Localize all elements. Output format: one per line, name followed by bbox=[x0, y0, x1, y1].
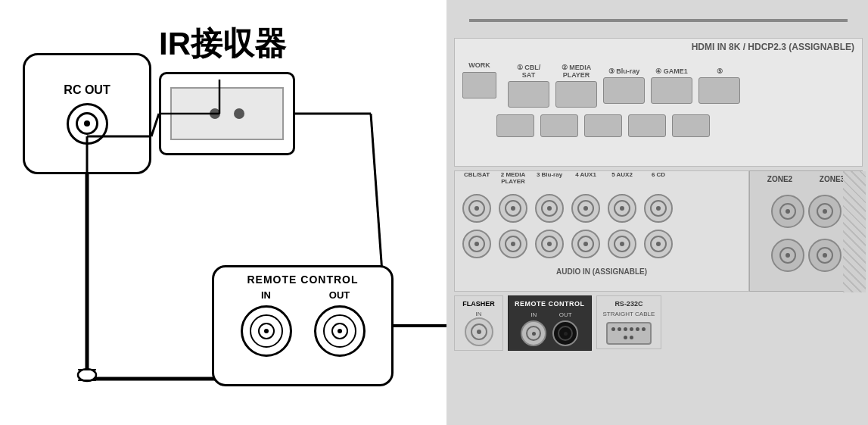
zone-pattern bbox=[843, 171, 866, 292]
rc-panel-title: REMOTE CONTROL bbox=[515, 300, 585, 308]
rc-panel-box: REMOTE CONTROL IN OUT bbox=[508, 295, 592, 351]
zone-port-3 bbox=[771, 239, 804, 272]
audio-ports-row bbox=[455, 185, 748, 230]
rc-out-port-label: OUT bbox=[329, 289, 350, 301]
rc-in-port: IN bbox=[241, 289, 292, 357]
audio-label-cd: 6 CD bbox=[644, 171, 673, 185]
rc-panel-out: OUT bbox=[552, 311, 578, 346]
hdmi-port-4: ④ GAME1 bbox=[651, 67, 692, 104]
flasher-in-label: IN bbox=[476, 311, 482, 317]
hdmi-ports-row2 bbox=[496, 114, 710, 137]
rs232-pin-5 bbox=[636, 327, 639, 331]
audio-label-aux1: 4 AUX1 bbox=[571, 171, 600, 185]
rc-out-device: RC OUT bbox=[23, 53, 151, 174]
flasher-port bbox=[465, 317, 493, 346]
flasher-section: FLASHER IN bbox=[454, 295, 503, 351]
rs232-pin-1 bbox=[611, 327, 615, 331]
rc-out-connector bbox=[67, 103, 108, 145]
rc-panel-out-label: OUT bbox=[559, 311, 572, 318]
rc-out-circle bbox=[314, 305, 366, 357]
audio-port-1 bbox=[462, 194, 491, 223]
audio-label-mediaplayer: 2 MEDIA PLAYER bbox=[499, 171, 527, 185]
rc-out-label: RC OUT bbox=[64, 83, 110, 97]
rs232-pin-4 bbox=[630, 327, 633, 331]
bottom-ports-section: FLASHER IN REMOTE CONTROL IN OUT bbox=[454, 295, 661, 351]
audio-port-9 bbox=[535, 230, 564, 258]
zone-section: ZONE2 ZONE3 bbox=[749, 170, 863, 292]
hdmi-port-3: ③ Blu-ray bbox=[603, 67, 645, 104]
rs232-title: RS-232C bbox=[614, 300, 642, 308]
rs232-pin-6 bbox=[642, 327, 646, 331]
rc-in-circle bbox=[241, 305, 292, 357]
zone-port-2 bbox=[808, 195, 842, 228]
hdmi-port-1: ① CBL/SAT bbox=[508, 64, 549, 108]
left-diagram: IR接収器 RC OUT bbox=[0, 0, 469, 425]
svg-point-3 bbox=[78, 369, 96, 381]
zone3-label: ZONE3 bbox=[820, 175, 845, 183]
top-line bbox=[469, 19, 848, 22]
zone2-label: ZONE2 bbox=[767, 175, 792, 183]
network-port bbox=[462, 72, 496, 98]
rs232-subtitle: STRAIGHT CABLE bbox=[603, 311, 655, 317]
audio-port-8 bbox=[499, 230, 527, 258]
hdmi-header: HDMI IN 8K / HDCP2.3 (ASSIGNABLE) bbox=[455, 39, 862, 55]
audio-in-section: CBL/SAT 2 MEDIA PLAYER 3 Blu-ray 4 AUX1 … bbox=[454, 170, 749, 292]
rc-in-label: IN bbox=[261, 289, 271, 301]
audio-port-3 bbox=[535, 194, 564, 223]
rc-panel-in: IN bbox=[521, 311, 546, 346]
hdmi-ports-row: ① CBL/SAT ② MEDIAPLAYER ③ Blu-ray ④ GAME… bbox=[496, 60, 751, 111]
rs232-pin-7 bbox=[624, 336, 627, 339]
hdmi-port-2: ② MEDIAPLAYER bbox=[555, 64, 597, 108]
audio-label-bluray: 3 Blu-ray bbox=[535, 171, 564, 185]
zone-port-4 bbox=[808, 239, 842, 272]
audio-label-aux2: 5 AUX2 bbox=[608, 171, 636, 185]
ir-dot-1 bbox=[210, 108, 220, 119]
rs232-pin-8 bbox=[630, 336, 633, 339]
right-equipment-panel: HDMI IN 8K / HDCP2.3 (ASSIGNABLE) WORK ①… bbox=[446, 0, 868, 425]
ir-device-panel bbox=[170, 87, 284, 140]
rc-in-sm-circle bbox=[521, 320, 546, 346]
rc-box-ports: IN OUT bbox=[214, 289, 391, 357]
flasher-label: FLASHER bbox=[462, 300, 495, 308]
audio-ports-row2 bbox=[455, 230, 748, 265]
rs232-pin-3 bbox=[624, 327, 627, 331]
audio-port-5 bbox=[608, 194, 636, 223]
rs232-section: RS-232C STRAIGHT CABLE bbox=[596, 295, 662, 349]
audio-port-7 bbox=[462, 230, 491, 258]
ir-dot-2 bbox=[234, 108, 244, 119]
audio-port-11 bbox=[608, 230, 636, 258]
audio-section-label: AUDIO IN (ASSIGNABLE) bbox=[455, 265, 748, 278]
hdmi-header-text: HDMI IN 8K / HDCP2.3 (ASSIGNABLE) bbox=[692, 42, 854, 52]
zone-port-1 bbox=[771, 195, 804, 228]
rc-panel-in-label: IN bbox=[530, 311, 537, 318]
audio-port-10 bbox=[571, 230, 600, 258]
rs232-pin-2 bbox=[618, 327, 621, 331]
rc-out-sm-circle bbox=[552, 320, 578, 346]
hdmi-port-5: ⑤ bbox=[698, 67, 740, 104]
hdmi-section: HDMI IN 8K / HDCP2.3 (ASSIGNABLE) WORK ①… bbox=[454, 38, 863, 167]
remote-control-title: REMOTE CONTROL bbox=[214, 267, 391, 286]
ir-receiver-device bbox=[159, 72, 295, 155]
audio-port-2 bbox=[499, 194, 527, 223]
ir-label: IR接収器 bbox=[159, 23, 286, 65]
svg-line-9 bbox=[151, 114, 159, 136]
remote-control-box: REMOTE CONTROL IN OUT bbox=[212, 265, 394, 386]
rs232-connector bbox=[606, 322, 652, 345]
audio-label-cblsat: CBL/SAT bbox=[462, 171, 491, 185]
audio-labels-row: CBL/SAT 2 MEDIA PLAYER 3 Blu-ray 4 AUX1 … bbox=[455, 171, 748, 185]
audio-port-4 bbox=[571, 194, 600, 223]
rc-panel-ports: IN OUT bbox=[521, 311, 578, 346]
network-label: WORK bbox=[468, 61, 490, 69]
rc-out-port-box: OUT bbox=[314, 289, 366, 357]
audio-port-12 bbox=[644, 230, 673, 258]
audio-port-6 bbox=[644, 194, 673, 223]
